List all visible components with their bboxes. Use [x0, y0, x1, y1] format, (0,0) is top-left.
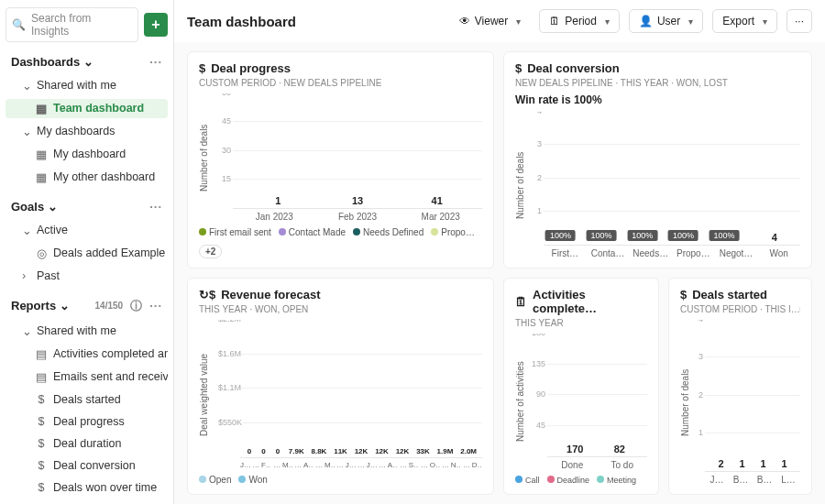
y-axis-label: Deal weighted value: [199, 320, 209, 469]
chevron-down-icon: ⌄: [83, 55, 94, 69]
card-subtitle: THIS YEAR: [515, 318, 647, 328]
section-goals[interactable]: Goals ⌄ ···: [6, 196, 168, 217]
dollar-icon: $: [199, 61, 205, 75]
sidebar-goal-deals-added[interactable]: ◎Deals added Example t…: [6, 244, 168, 263]
y-axis-label: Number of activities: [515, 334, 525, 470]
more-icon[interactable]: ···: [149, 55, 162, 69]
viewer-dropdown[interactable]: 👁Viewer: [450, 10, 530, 32]
dollar-icon: $: [35, 415, 48, 428]
calendar-icon: ▤: [35, 347, 48, 361]
card-subtitle: CUSTOM PERIOD · THIS IS +1: [680, 304, 800, 314]
dollar-icon: $: [35, 481, 48, 494]
card-activities: 🗓Activities complete… THIS YEAR Number o…: [503, 278, 659, 495]
card-revenue-forecast: ↻$Revenue forecast THIS YEAR · WON, OPEN…: [187, 278, 494, 495]
search-placeholder: Search from Insights: [31, 12, 132, 38]
chart-activities: 17082 4590135180: [547, 334, 647, 457]
card-deal-conversion: $Deal conversion NEW DEALS PIPELINE · TH…: [503, 51, 812, 268]
card-deal-progress: $Deal progress CUSTOM PERIOD · NEW DEALS…: [187, 51, 494, 268]
report-deal-conversion[interactable]: $Deal conversion: [6, 456, 168, 475]
report-deals-won[interactable]: $Deals won over time: [6, 478, 168, 497]
y-axis-label: Number of deals: [199, 93, 209, 222]
info-icon[interactable]: ⓘ: [130, 298, 142, 314]
report-deals-started[interactable]: $Deals started: [6, 390, 168, 409]
sidebar-my-dashboard[interactable]: ▦My dashboard: [6, 145, 168, 164]
refresh-dollar-icon: ↻$: [199, 288, 215, 301]
more-icon[interactable]: ···: [149, 299, 162, 312]
dashboard-icon: ▦: [35, 148, 48, 161]
sidebar-team-dashboard[interactable]: ▦Team dashboard: [6, 99, 168, 118]
chevron-down-icon: ⌄: [60, 299, 70, 312]
chart-conversion: 4100%4100%4100%4100%4100%4 1234: [544, 112, 800, 246]
more-icon[interactable]: ···: [149, 200, 162, 214]
card-deals-started: $Deals started CUSTOM PERIOD · THIS IS +…: [668, 278, 812, 495]
topbar: Team dashboard 👁Viewer 🗓Period 👤User Exp…: [174, 0, 825, 42]
section-reports[interactable]: Reports ⌄ 14/150ⓘ···: [6, 294, 168, 318]
calendar-icon: 🗓: [515, 295, 527, 309]
legend-won: Won: [248, 475, 267, 485]
chevron-down-icon: ⌄: [22, 79, 31, 93]
sidebar-shared-with-me[interactable]: ⌄Shared with me: [6, 76, 168, 95]
calendar-icon: ▤: [35, 370, 48, 384]
report-deal-progress[interactable]: $Deal progress: [6, 412, 168, 431]
chart-revenue: 0007.9K8.8K11K12K12K12K33K1.9M2.0M $550K…: [240, 320, 482, 458]
dollar-icon: $: [35, 437, 48, 450]
add-button[interactable]: +: [144, 13, 168, 37]
reports-count: 14/150: [95, 301, 124, 311]
dashboard-icon: ▦: [35, 102, 48, 115]
dollar-icon: $: [680, 288, 687, 301]
section-dashboards[interactable]: Dashboards ⌄ ···: [6, 51, 168, 72]
chart-started: 2111 1234: [705, 320, 800, 472]
chevron-down-icon: ⌄: [22, 224, 31, 237]
chevron-down-icon: ⌄: [48, 200, 58, 214]
eye-icon: 👁: [459, 15, 470, 27]
sidebar-my-dashboards[interactable]: ⌄My dashboards: [6, 122, 168, 141]
sidebar: 🔍 Search from Insights + Dashboards ⌄ ··…: [0, 0, 174, 504]
period-dropdown[interactable]: 🗓Period: [539, 9, 620, 33]
card-subtitle: NEW DEALS PIPELINE · THIS YEAR · WON, LO…: [515, 78, 800, 88]
more-button[interactable]: ···: [786, 9, 812, 33]
legend-more-pill[interactable]: +2: [199, 245, 222, 258]
user-dropdown[interactable]: 👤User: [629, 9, 703, 33]
chevron-down-icon: ⌄: [22, 125, 31, 138]
chevron-right-icon: ›: [22, 269, 31, 282]
calendar-icon: 🗓: [549, 15, 560, 27]
card-subtitle: THIS YEAR · WON, OPEN: [199, 304, 482, 314]
user-icon: 👤: [639, 15, 653, 27]
search-input[interactable]: 🔍 Search from Insights: [6, 7, 138, 42]
dollar-icon: $: [35, 459, 48, 472]
win-rate-text: Win rate is 100%: [515, 93, 800, 106]
sidebar-my-other-dashboard[interactable]: ▦My other dashboard: [6, 168, 168, 187]
chart-progress: 11341 15304560: [233, 93, 482, 209]
dollar-icon: $: [35, 393, 48, 406]
report-deal-duration[interactable]: $Deal duration: [6, 434, 168, 453]
page-title: Team dashboard: [187, 14, 441, 29]
dollar-icon: $: [515, 61, 522, 75]
report-activities[interactable]: ▤Activities completed an…: [6, 345, 168, 364]
chevron-down-icon: ⌄: [22, 324, 31, 338]
dashboard-icon: ▦: [35, 170, 48, 184]
report-emails[interactable]: ▤Emails sent and received: [6, 367, 168, 387]
target-icon: ◎: [35, 247, 48, 260]
legend-open: Open: [209, 475, 231, 485]
sidebar-goals-past[interactable]: ›Past: [6, 267, 168, 285]
export-dropdown[interactable]: Export: [712, 9, 777, 33]
sidebar-reports-shared[interactable]: ⌄Shared with me: [6, 322, 168, 341]
y-axis-label: Number of deals: [680, 320, 690, 485]
y-axis-label: Number of deals: [515, 112, 525, 258]
card-subtitle: CUSTOM PERIOD · NEW DEALS PIPELINE: [199, 78, 482, 88]
search-icon: 🔍: [12, 18, 26, 31]
sidebar-goals-active[interactable]: ⌄Active: [6, 221, 168, 240]
